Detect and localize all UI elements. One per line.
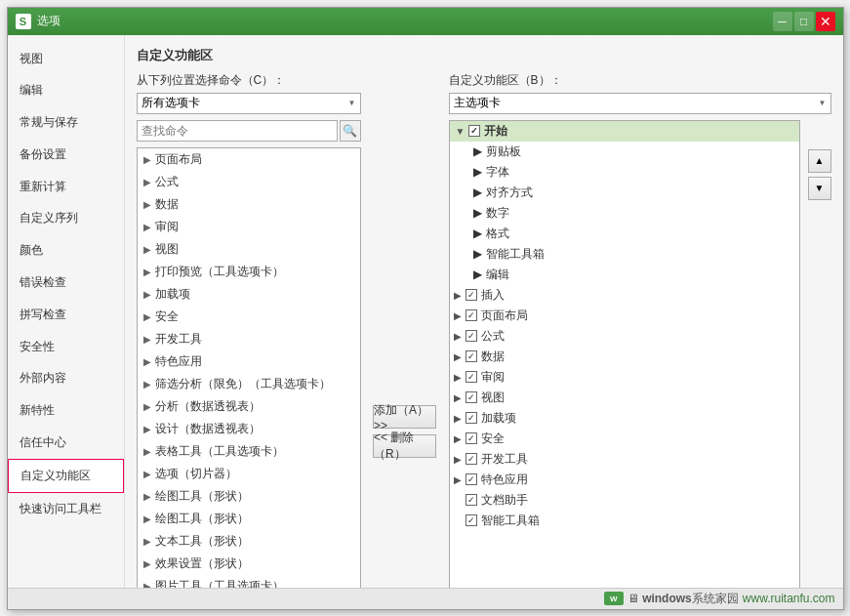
expand-icon: ▶ <box>143 491 151 502</box>
right-item-font[interactable]: ▶ 字体 <box>450 162 799 183</box>
right-panel-list: ▼ 开始 ▶ 剪贴板 ▶ 字体 <box>449 120 800 588</box>
checkbox-featured[interactable] <box>465 473 477 485</box>
move-up-button[interactable]: ▲ <box>808 149 831 173</box>
checkbox-view[interactable] <box>465 391 477 403</box>
close-button[interactable]: ✕ <box>816 12 835 31</box>
checkbox-begin[interactable] <box>468 125 480 137</box>
footer-icon: W <box>604 592 624 605</box>
list-item[interactable]: ▶文本工具（形状） <box>138 530 360 553</box>
right-list-box[interactable]: ▼ 开始 ▶ 剪贴板 ▶ 字体 <box>449 120 800 588</box>
right-item-review[interactable]: ▶ 审阅 <box>450 367 799 388</box>
right-item-doc-assistant[interactable]: ▶ 文档助手 <box>450 490 799 511</box>
right-item-view[interactable]: ▶ 视图 <box>450 388 799 408</box>
minimize-button[interactable]: ─ <box>773 12 792 31</box>
checkbox-dev-tools[interactable] <box>465 453 477 465</box>
right-item-smart-toolbox[interactable]: ▶ 智能工具箱 <box>450 511 799 531</box>
right-item-smart-toolbox-sub[interactable]: ▶ 智能工具箱 <box>450 244 799 265</box>
main-content: 自定义功能区 从下列位置选择命令（C）： 所有选项卡 ▼ 🔍 <box>125 35 843 588</box>
list-item[interactable]: ▶加载项 <box>138 283 360 306</box>
sidebar-item-edit[interactable]: 编辑 <box>8 74 124 106</box>
left-list-box[interactable]: ▶页面布局 ▶公式 ▶数据 ▶审阅 ▶视图 ▶打印预览（工具选项卡） ▶加载项 … <box>137 147 361 588</box>
sidebar-item-color[interactable]: 颜色 <box>8 234 124 267</box>
checkbox-addins[interactable] <box>465 412 477 424</box>
right-item-align[interactable]: ▶ 对齐方式 <box>450 183 799 203</box>
list-item[interactable]: ▶图片工具（工具选项卡） <box>138 575 360 588</box>
list-item[interactable]: ▶打印预览（工具选项卡） <box>138 261 360 283</box>
sidebar-item-backup[interactable]: 备份设置 <box>8 139 124 171</box>
remove-button[interactable]: << 删除（R） <box>373 434 436 458</box>
expand-icon: ▶ <box>454 454 462 465</box>
list-item[interactable]: ▶数据 <box>138 193 360 216</box>
list-item[interactable]: ▶筛选分析（限免）（工具选项卡） <box>138 373 360 395</box>
list-item[interactable]: ▶效果设置（形状） <box>138 553 360 575</box>
checkbox-doc-assistant[interactable] <box>465 494 477 506</box>
sidebar-item-trust[interactable]: 信任中心 <box>8 427 124 459</box>
list-item[interactable]: ▶开发工具 <box>138 328 360 350</box>
sidebar-item-customize-ribbon[interactable]: 自定义功能区 <box>8 459 124 493</box>
list-item[interactable]: ▶视图 <box>138 238 360 261</box>
to-dropdown[interactable]: 主选项卡 ▼ <box>449 93 831 114</box>
right-item-clipboard[interactable]: ▶ 剪贴板 <box>450 142 799 162</box>
list-item[interactable]: ▶选项（切片器） <box>138 463 360 485</box>
options-window: S 选项 ─ □ ✕ 视图 编辑 常规与保存 备份设置 重新计算 自定义序列 颜… <box>7 7 844 610</box>
add-button[interactable]: 添加（A）>> <box>373 405 436 429</box>
right-item-featured[interactable]: ▶ 特色应用 <box>450 470 799 490</box>
list-item[interactable]: ▶审阅 <box>138 216 360 238</box>
right-item-edit-sub[interactable]: ▶ 编辑 <box>450 265 799 285</box>
sidebar-item-error[interactable]: 错误检查 <box>8 267 124 299</box>
sidebar-item-new-feature[interactable]: 新特性 <box>8 394 124 427</box>
expand-icon: ▶ <box>143 356 151 367</box>
right-item-secure[interactable]: ▶ 安全 <box>450 429 799 449</box>
list-item[interactable]: ▶特色应用 <box>138 350 360 373</box>
checkbox-page-layout[interactable] <box>465 309 477 321</box>
sidebar-item-view[interactable]: 视图 <box>8 43 124 75</box>
list-item[interactable]: ▶页面布局 <box>138 148 360 171</box>
search-button[interactable]: 🔍 <box>340 120 361 142</box>
right-item-format[interactable]: ▶ 格式 <box>450 224 799 244</box>
footer-logo: W 🖥 windows系统家园 www.ruitanfu.com <box>604 591 835 607</box>
list-item[interactable]: ▶表格工具（工具选项卡） <box>138 440 360 463</box>
checkbox-insert[interactable] <box>465 289 477 301</box>
sidebar-item-general[interactable]: 常规与保存 <box>8 106 124 139</box>
right-item-number[interactable]: ▶ 数字 <box>450 203 799 224</box>
checkbox-smart-toolbox[interactable] <box>465 514 477 526</box>
expand-icon: ▶ <box>454 392 462 403</box>
right-item-begin[interactable]: ▼ 开始 <box>450 121 799 142</box>
footer-url: www.ruitanfu.com <box>743 592 835 605</box>
sidebar-item-security[interactable]: 安全性 <box>8 331 124 363</box>
from-dropdown[interactable]: 所有选项卡 ▼ <box>137 93 361 114</box>
list-item[interactable]: ▶安全 <box>138 306 360 328</box>
checkbox-formula[interactable] <box>465 330 477 342</box>
expand-icon: ▶ <box>143 401 151 412</box>
right-item-page-layout[interactable]: ▶ 页面布局 <box>450 306 799 326</box>
checkbox-review[interactable] <box>465 371 477 383</box>
right-item-data[interactable]: ▶ 数据 <box>450 347 799 367</box>
sidebar-item-custom-seq[interactable]: 自定义序列 <box>8 202 124 234</box>
expand-icon: ▶ <box>454 413 462 424</box>
collapse-icon: ▼ <box>456 126 465 137</box>
maximize-button[interactable]: □ <box>794 12 814 31</box>
expand-icon: ▶ <box>454 310 462 321</box>
right-item-insert[interactable]: ▶ 插入 <box>450 285 799 306</box>
list-item[interactable]: ▶绘图工具（形状） <box>138 485 360 508</box>
expand-icon: ▶ <box>454 351 462 362</box>
right-item-addins[interactable]: ▶ 加载项 <box>450 408 799 429</box>
list-item[interactable]: ▶绘图工具（形状） <box>138 508 360 530</box>
window-body: 视图 编辑 常规与保存 备份设置 重新计算 自定义序列 颜色 错误检查 拼写检查… <box>8 35 843 588</box>
right-item-formula[interactable]: ▶ 公式 <box>450 326 799 347</box>
middle-buttons: 添加（A）>> << 删除（R） <box>371 72 439 588</box>
left-panel: 从下列位置选择命令（C）： 所有选项卡 ▼ 🔍 ▶页面布局 ▶公式 <box>137 72 361 588</box>
sidebar-item-spell[interactable]: 拼写检查 <box>8 299 124 331</box>
sidebar-item-external[interactable]: 外部内容 <box>8 362 124 394</box>
search-input[interactable] <box>137 120 338 142</box>
expand-icon: ▶ <box>143 379 151 390</box>
checkbox-secure[interactable] <box>465 432 477 444</box>
sidebar-item-recalc[interactable]: 重新计算 <box>8 171 124 203</box>
list-item[interactable]: ▶设计（数据透视表） <box>138 418 360 440</box>
checkbox-data[interactable] <box>465 350 477 362</box>
right-item-dev-tools[interactable]: ▶ 开发工具 <box>450 449 799 470</box>
list-item[interactable]: ▶公式 <box>138 171 360 193</box>
sidebar-item-quick-access[interactable]: 快速访问工具栏 <box>8 493 124 525</box>
move-down-button[interactable]: ▼ <box>808 177 831 200</box>
list-item[interactable]: ▶分析（数据透视表） <box>138 395 360 418</box>
